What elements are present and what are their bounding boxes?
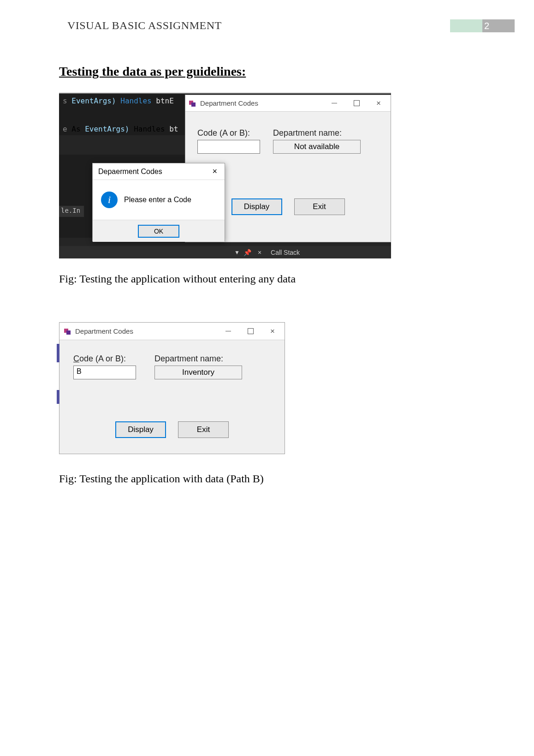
code-input-2[interactable]: B [73, 366, 136, 379]
dropdown-icon[interactable]: ▼ [234, 249, 240, 256]
window-title: Department Codes [200, 99, 323, 107]
code-label-2: Code (A or B): [73, 354, 136, 364]
close-button[interactable]: × [368, 95, 390, 112]
messagebox-text: Please enter a Code [124, 196, 191, 204]
caption-2: Fig: Testing the application with data (… [59, 473, 534, 485]
call-stack-tab[interactable]: Call Stack [271, 249, 300, 256]
exit-button-2[interactable]: Exit [178, 421, 229, 438]
close-button-2[interactable]: × [261, 323, 284, 340]
caption-1: Fig: Testing the application without ent… [59, 273, 534, 285]
screenshot-2: Department Codes × Code (A or B): B Depa… [59, 322, 285, 454]
code-label: Code (A or B): [197, 128, 260, 138]
department-name-label: Department name: [273, 128, 361, 138]
display-button[interactable]: Display [231, 198, 282, 215]
messagebox-titlebar[interactable]: Depaerment Codes × [93, 163, 225, 180]
page-number: 2 [484, 21, 489, 31]
app-icon [189, 100, 196, 107]
department-name-value-2: Inventory [154, 366, 242, 379]
display-button-2[interactable]: Display [115, 421, 166, 438]
maximize-button-2[interactable] [239, 323, 261, 340]
section-heading: Testing the data as per guidelines: [59, 64, 534, 79]
ok-button[interactable]: OK [138, 225, 179, 238]
messagebox-close-button[interactable]: × [208, 167, 222, 176]
department-name-label-2: Department name: [154, 354, 242, 364]
exit-button[interactable]: Exit [294, 198, 345, 215]
minimize-button-2[interactable] [217, 323, 239, 340]
minimize-button[interactable] [323, 95, 345, 112]
pin-icon[interactable]: 📌 [243, 249, 251, 256]
screenshot-1: s EventArgs) Handles btnE e As EventArgs… [59, 93, 391, 254]
code-fragment-left: le.In [59, 206, 84, 217]
window-title-2: Department Codes [75, 327, 217, 335]
app-icon-2 [64, 328, 71, 335]
ide-bottom-bar: ▼ 📌 × Call Stack [59, 246, 391, 258]
close-panel-icon[interactable]: × [258, 249, 261, 256]
window-titlebar-2[interactable]: Department Codes × [59, 323, 285, 340]
messagebox-title: Depaerment Codes [98, 168, 208, 176]
maximize-button[interactable] [345, 95, 368, 112]
department-name-value: Not available [273, 140, 361, 154]
page-number-tab: 2 [450, 19, 515, 32]
info-icon: i [101, 192, 118, 208]
doc-header: VISUAL BASIC ASSIGNMENT [67, 19, 222, 32]
code-input[interactable] [197, 140, 260, 154]
window-titlebar[interactable]: Department Codes × [185, 95, 391, 112]
messagebox: Depaerment Codes × i Please enter a Code… [92, 163, 225, 241]
